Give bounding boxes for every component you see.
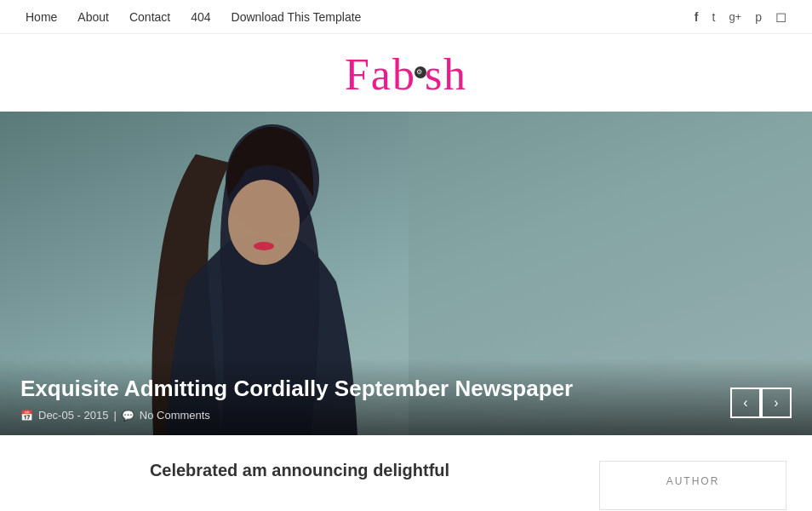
nav-link-download[interactable]: Download This Template (232, 10, 362, 24)
nav-link-404[interactable]: 404 (191, 10, 210, 24)
meta-separator: | (113, 409, 116, 422)
sidebar: AUTHOR (599, 461, 786, 510)
social-icons: f t g+ p ◻ (695, 9, 786, 25)
comment-icon: 💬 (122, 410, 134, 422)
hero-title: Exquisite Admitting Cordially September … (20, 376, 792, 402)
nav-links: Home About Contact 404 Download This Tem… (26, 9, 361, 25)
nav-link-about[interactable]: About (77, 10, 109, 24)
svg-point-4 (254, 242, 274, 250)
hero-meta: 📅 Dec-05 - 2015 | 💬 No Comments (20, 409, 792, 422)
nav-item-contact[interactable]: Contact (129, 9, 170, 25)
content-area: Celebrated am announcing delightful AUTH… (0, 435, 812, 511)
logo-icon: ⚙ (415, 66, 426, 78)
hero-slider: Exquisite Admitting Cordially September … (0, 112, 812, 435)
prev-arrow-button[interactable]: ‹ (730, 388, 761, 418)
twitter-icon[interactable]: t (712, 10, 715, 24)
calendar-icon: 📅 (20, 410, 33, 422)
hero-comments: No Comments (140, 409, 210, 422)
nav-item-404[interactable]: 404 (191, 9, 210, 25)
next-arrow-button[interactable]: › (761, 388, 792, 418)
nav-item-about[interactable]: About (77, 9, 109, 25)
pinterest-icon[interactable]: p (755, 10, 762, 24)
nav-bar: Home About Contact 404 Download This Tem… (0, 0, 812, 34)
author-box: AUTHOR (599, 461, 786, 510)
logo-area: Fab⚙sh (0, 34, 812, 112)
slider-arrows: ‹ › (730, 388, 792, 418)
instagram-icon[interactable]: ◻ (775, 9, 786, 25)
site-logo[interactable]: Fab⚙sh (345, 49, 467, 100)
facebook-icon[interactable]: f (695, 10, 699, 24)
nav-item-download[interactable]: Download This Template (232, 9, 362, 25)
article-teaser-title: Celebrated am announcing delightful (26, 461, 574, 480)
author-heading: AUTHOR (614, 475, 772, 487)
main-content: Celebrated am announcing delightful (26, 461, 574, 510)
nav-item-home[interactable]: Home (26, 9, 57, 25)
hero-overlay: Exquisite Admitting Cordially September … (0, 359, 812, 435)
hero-date: Dec-05 - 2015 (38, 409, 108, 422)
nav-link-contact[interactable]: Contact (129, 10, 170, 24)
svg-point-3 (228, 180, 300, 265)
googleplus-icon[interactable]: g+ (729, 10, 741, 23)
nav-link-home[interactable]: Home (26, 10, 57, 24)
